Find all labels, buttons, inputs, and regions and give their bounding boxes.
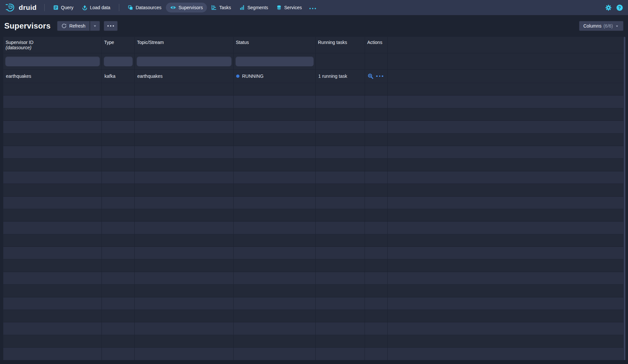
header-running-tasks[interactable]: Running tasks bbox=[316, 37, 365, 53]
empty-cell bbox=[234, 171, 316, 183]
empty-cell bbox=[365, 146, 388, 158]
tasks-icon bbox=[211, 5, 216, 10]
header-supervisor-id[interactable]: Supervisor ID (datasource) bbox=[3, 37, 102, 53]
empty-table-row bbox=[3, 335, 623, 348]
empty-cell bbox=[234, 184, 316, 196]
empty-cell bbox=[102, 348, 135, 360]
druid-logo[interactable]: druid bbox=[5, 3, 37, 12]
nav-item-label: Load data bbox=[90, 5, 110, 10]
druid-logo-icon bbox=[5, 3, 16, 12]
empty-cell bbox=[3, 171, 102, 183]
nav-item-label: Services bbox=[284, 5, 302, 10]
empty-table-row bbox=[3, 197, 623, 209]
nav-item-supervisors[interactable]: Supervisors bbox=[166, 3, 207, 12]
empty-cell bbox=[388, 310, 623, 322]
refresh-button[interactable]: Refresh bbox=[57, 21, 90, 31]
more-icon bbox=[309, 8, 316, 9]
header-actions[interactable]: Actions bbox=[365, 37, 388, 53]
header-topic-stream[interactable]: Topic/Stream bbox=[135, 37, 234, 53]
empty-cell bbox=[365, 83, 388, 95]
empty-cell bbox=[316, 108, 365, 120]
nav-item-tasks[interactable]: Tasks bbox=[207, 3, 235, 12]
nav-item-datasources[interactable]: Datasources bbox=[123, 3, 166, 12]
empty-cell bbox=[234, 83, 316, 95]
empty-cell bbox=[388, 171, 623, 183]
empty-cell bbox=[365, 121, 388, 133]
vertical-scrollbar[interactable] bbox=[624, 37, 625, 360]
cell-filler bbox=[388, 70, 623, 83]
running-tasks-value: 1 running task bbox=[318, 74, 347, 79]
empty-cell bbox=[388, 247, 623, 259]
empty-cell bbox=[388, 259, 623, 271]
columns-count: (6/6) bbox=[603, 23, 613, 29]
empty-cell bbox=[135, 259, 234, 271]
help-icon[interactable]: ? bbox=[617, 5, 623, 11]
nav-item-query[interactable]: Query bbox=[49, 3, 78, 12]
refresh-icon bbox=[61, 23, 67, 29]
supervisor-row[interactable]: earthquakes kafka earthquakes RUNNING 1 … bbox=[3, 70, 623, 83]
columns-button[interactable]: Columns (6/6) bbox=[579, 21, 623, 31]
empty-cell bbox=[3, 348, 102, 360]
empty-table-row bbox=[3, 322, 623, 335]
empty-cell bbox=[234, 159, 316, 171]
cell-status: RUNNING bbox=[234, 70, 316, 83]
empty-cell bbox=[388, 184, 623, 196]
empty-cell bbox=[316, 234, 365, 246]
empty-cell bbox=[3, 159, 102, 171]
header-filler bbox=[388, 37, 623, 53]
empty-cell bbox=[3, 285, 102, 297]
empty-cell bbox=[316, 335, 365, 347]
empty-cell bbox=[388, 209, 623, 221]
empty-cell bbox=[316, 247, 365, 259]
empty-cell bbox=[102, 96, 135, 108]
filter-input-status[interactable] bbox=[236, 56, 314, 66]
services-icon bbox=[277, 5, 281, 10]
top-nav: druid Query Load data D bbox=[0, 0, 628, 15]
refresh-interval-button[interactable] bbox=[90, 21, 100, 31]
nav-item-segments[interactable]: Segments bbox=[235, 3, 272, 12]
empty-cell bbox=[234, 146, 316, 158]
empty-cell bbox=[234, 209, 316, 221]
header-type[interactable]: Type bbox=[102, 37, 135, 53]
empty-cell bbox=[3, 272, 102, 284]
filter-input-type[interactable] bbox=[104, 56, 133, 66]
empty-cell bbox=[234, 348, 316, 360]
empty-cell bbox=[234, 285, 316, 297]
empty-cell bbox=[3, 335, 102, 347]
empty-cell bbox=[316, 121, 365, 133]
empty-cell bbox=[135, 285, 234, 297]
empty-cell bbox=[234, 259, 316, 271]
empty-cell bbox=[3, 234, 102, 246]
empty-cell bbox=[365, 234, 388, 246]
header-status[interactable]: Status bbox=[234, 37, 316, 53]
empty-table-row bbox=[3, 96, 623, 108]
empty-cell bbox=[102, 209, 135, 221]
nav-item-load-data[interactable]: Load data bbox=[78, 3, 115, 12]
filter-input-supervisor-id[interactable] bbox=[5, 56, 100, 66]
gear-icon[interactable] bbox=[605, 5, 612, 11]
empty-cell bbox=[365, 222, 388, 234]
header-more-button[interactable] bbox=[104, 21, 118, 31]
empty-cell bbox=[102, 259, 135, 271]
empty-cell bbox=[3, 108, 102, 120]
empty-cell bbox=[388, 108, 623, 120]
filter-input-topic-stream[interactable] bbox=[137, 56, 232, 66]
refresh-label: Refresh bbox=[69, 23, 85, 29]
chevron-down-icon bbox=[615, 24, 619, 28]
empty-cell bbox=[365, 259, 388, 271]
empty-cell bbox=[316, 272, 365, 284]
nav-more-button[interactable] bbox=[306, 2, 319, 13]
empty-cell bbox=[135, 171, 234, 183]
filter-row bbox=[3, 53, 623, 70]
more-icon bbox=[107, 25, 114, 27]
empty-cell bbox=[316, 159, 365, 171]
empty-cell bbox=[365, 322, 388, 334]
view-detail-icon[interactable] bbox=[368, 73, 373, 79]
nav-item-services[interactable]: Services bbox=[272, 3, 306, 12]
druid-console: druid Query Load data D bbox=[0, 0, 628, 364]
empty-cell bbox=[102, 108, 135, 120]
empty-cell bbox=[3, 322, 102, 334]
row-more-actions-icon[interactable] bbox=[376, 75, 383, 77]
status-dot bbox=[236, 75, 239, 78]
empty-table-row bbox=[3, 272, 623, 285]
